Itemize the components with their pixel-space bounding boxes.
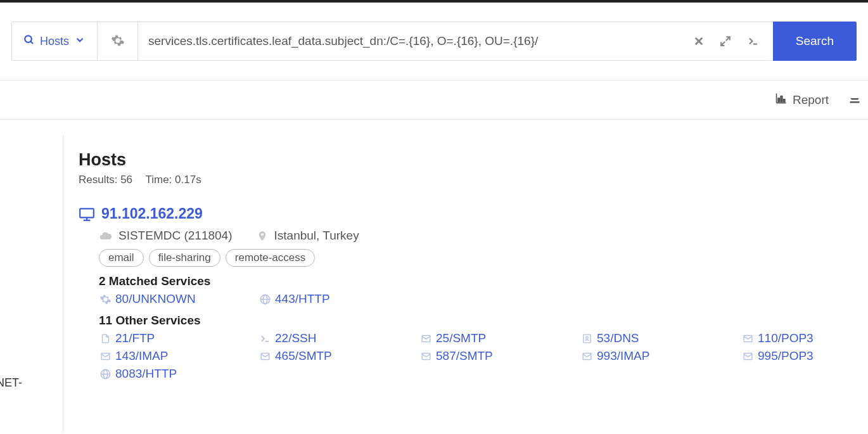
service-link[interactable]: 993/IMAP	[580, 349, 741, 363]
expand-icon[interactable]	[720, 35, 731, 47]
gear-icon	[99, 293, 112, 305]
service-link[interactable]: 53/DNS	[580, 331, 741, 345]
envelope-icon	[580, 351, 593, 362]
results-heading: Hosts	[79, 150, 868, 170]
service-link[interactable]: 21/FTP	[99, 331, 258, 345]
service-label: 587/SMTP	[436, 349, 493, 363]
host-meta: SISTEMDC (211804) Istanbul, Turkey	[99, 229, 868, 243]
svg-point-21	[585, 336, 588, 339]
globe-icon	[99, 368, 112, 380]
monitor-icon	[79, 206, 95, 222]
tag-email[interactable]: email	[99, 249, 144, 267]
host-location: Istanbul, Turkey	[274, 229, 359, 243]
search-input[interactable]	[138, 22, 680, 61]
host-ip-link[interactable]: 91.102.162.229	[79, 205, 868, 222]
service-link[interactable]: 22/SSH	[258, 331, 419, 345]
scope-dropdown[interactable]: Hosts	[11, 22, 98, 61]
tag-remote-access[interactable]: remote-access	[226, 249, 315, 267]
svg-rect-11	[783, 99, 785, 102]
matched-services: 80/UNKNOWN443/HTTP	[99, 292, 868, 309]
gear-icon	[111, 34, 125, 49]
svg-rect-9	[778, 98, 780, 102]
report-button[interactable]: Report	[769, 92, 835, 108]
host-tags: email file-sharing remote-access	[99, 249, 868, 267]
service-link[interactable]: 587/SMTP	[419, 349, 580, 363]
matched-services-heading: 2 Matched Services	[99, 274, 868, 288]
sidebar-text-fragment: NET-	[0, 376, 22, 390]
clear-icon[interactable]	[693, 35, 705, 47]
chevron-down-icon	[74, 34, 86, 49]
search-bar: Hosts Search	[0, 0, 868, 80]
results-meta: Results: 56 Time: 0.17s	[79, 174, 868, 186]
bar-chart-icon	[775, 92, 788, 108]
envelope-icon	[99, 351, 112, 362]
content-area: NET- Hosts Results: 56 Time: 0.17s 91.10…	[0, 120, 868, 433]
other-services-heading: 11 Other Services	[99, 314, 868, 328]
svg-line-1	[30, 41, 33, 44]
envelope-icon	[741, 351, 754, 362]
service-link[interactable]: 465/SMTP	[258, 349, 419, 363]
search-settings-button[interactable]	[98, 22, 138, 61]
download-button[interactable]	[841, 92, 862, 108]
envelope-icon	[419, 351, 432, 362]
service-link[interactable]: 110/POP3	[741, 331, 868, 345]
tag-file-sharing[interactable]: file-sharing	[149, 249, 220, 267]
terminal-icon[interactable]	[746, 35, 760, 47]
terminal-icon	[258, 333, 271, 344]
envelope-icon	[258, 351, 271, 362]
service-link[interactable]: 80/UNKNOWN	[99, 292, 258, 306]
service-label: 143/IMAP	[115, 349, 168, 363]
service-label: 25/SMTP	[436, 331, 486, 345]
download-icon	[848, 92, 862, 108]
service-label: 110/POP3	[758, 331, 814, 345]
sub-bar: Report	[0, 80, 868, 120]
service-link[interactable]: 25/SMTP	[419, 331, 580, 345]
file-icon	[99, 333, 112, 345]
svg-rect-10	[781, 96, 782, 102]
service-label: 53/DNS	[597, 331, 639, 345]
search-button[interactable]: Search	[773, 22, 857, 61]
service-link[interactable]: 8083/HTTP	[99, 367, 258, 381]
service-link[interactable]: 995/POP3	[741, 349, 868, 363]
report-label: Report	[793, 93, 829, 107]
svg-rect-12	[80, 208, 94, 217]
envelope-icon	[419, 333, 432, 344]
service-label: 993/IMAP	[597, 349, 649, 363]
results-panel: Hosts Results: 56 Time: 0.17s 91.102.162…	[63, 135, 868, 433]
cloud-icon	[99, 229, 112, 243]
address-icon	[580, 333, 593, 345]
service-label: 80/UNKNOWN	[115, 292, 196, 306]
other-services: 21/FTP22/SSH25/SMTP53/DNS110/POP3143/IMA…	[99, 331, 868, 383]
svg-point-0	[25, 35, 32, 42]
sidebar: NET-	[0, 135, 63, 433]
globe-icon	[258, 293, 271, 305]
search-input-actions	[680, 22, 773, 61]
host-asn: SISTEMDC (211804)	[118, 229, 233, 243]
envelope-icon	[741, 333, 754, 344]
service-label: 995/POP3	[758, 349, 814, 363]
scope-label: Hosts	[40, 35, 69, 48]
results-time: Time: 0.17s	[145, 174, 201, 186]
map-pin-icon	[257, 229, 268, 243]
service-label: 465/SMTP	[275, 349, 332, 363]
service-link[interactable]: 443/HTTP	[258, 292, 419, 306]
service-label: 443/HTTP	[275, 292, 330, 306]
host-ip: 91.102.162.229	[101, 205, 203, 222]
service-link[interactable]: 143/IMAP	[99, 349, 258, 363]
search-icon	[23, 34, 35, 49]
service-label: 21/FTP	[115, 331, 155, 345]
service-label: 22/SSH	[275, 331, 316, 345]
service-label: 8083/HTTP	[115, 367, 177, 381]
results-count: Results: 56	[79, 174, 132, 186]
